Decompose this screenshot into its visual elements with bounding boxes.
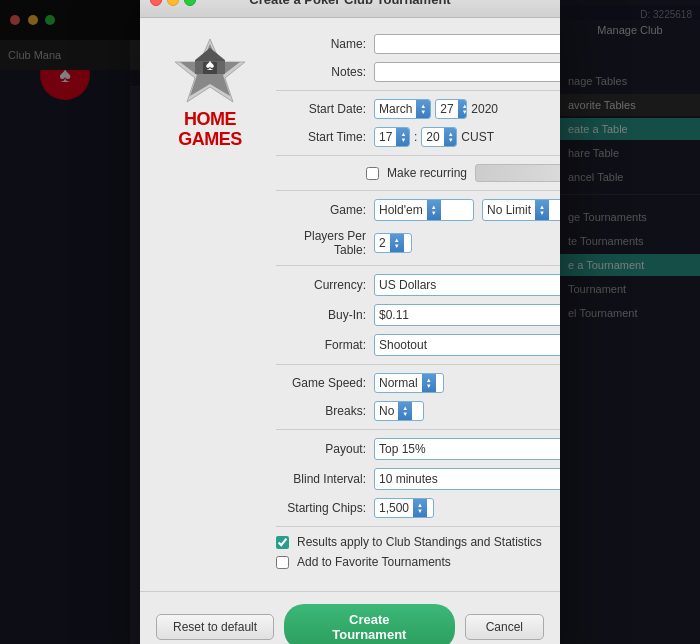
format-select[interactable]: Shootout ▲▼ (374, 334, 560, 356)
modal-close-btn[interactable] (150, 0, 162, 6)
blind-interval-row: Blind Interval: 10 minutes ▲▼ (276, 468, 560, 490)
favorite-checkbox[interactable] (276, 556, 289, 569)
game-speed-arrow[interactable]: ▲▼ (422, 373, 436, 393)
divider-6 (276, 429, 560, 430)
ppt-label: Players Per Table: (276, 229, 366, 257)
game-type-select[interactable]: Hold'em ▲▼ (374, 199, 474, 221)
currency-label: Currency: (276, 278, 366, 292)
hour-arrow[interactable]: ▲ ▼ (396, 127, 410, 147)
favorite-row: Add to Favorite Tournaments (276, 555, 560, 569)
recurring-checkbox[interactable] (366, 167, 379, 180)
time-group: 17 ▲ ▼ : 20 ▲ ▼ (374, 127, 494, 147)
players-per-table-row: Players Per Table: 2 ▲▼ (276, 229, 560, 257)
game-speed-row: Game Speed: Normal ▲▼ (276, 373, 560, 393)
name-label: Name: (276, 37, 366, 51)
modal-overlay: Create a Poker Club Tournament ♠ HOME (0, 0, 700, 644)
recurring-label: Make recurring (387, 166, 467, 180)
recurring-bar (475, 164, 560, 182)
results-checkbox[interactable] (276, 536, 289, 549)
hour-select[interactable]: 17 ▲ ▼ (374, 127, 410, 147)
notes-label: Notes: (276, 65, 366, 79)
notes-input[interactable] (374, 62, 560, 82)
modal-logo-area: ♠ HOME GAMES (160, 34, 260, 575)
recurring-row: Make recurring (276, 164, 560, 182)
buyin-label: Buy-In: (276, 308, 366, 322)
modal-titlebar: Create a Poker Club Tournament (140, 0, 560, 18)
divider-7 (276, 526, 560, 527)
payout-select[interactable]: Top 15% ▲▼ (374, 438, 560, 460)
game-limit-select[interactable]: No Limit ▲▼ (482, 199, 560, 221)
start-date-label: Start Date: (276, 102, 366, 116)
buyin-row: Buy-In: $0.11 ▲▼ (276, 304, 560, 326)
cancel-button[interactable]: Cancel (465, 614, 544, 640)
starting-chips-arrow[interactable]: ▲▼ (413, 498, 427, 518)
modal-maximize-btn[interactable] (184, 0, 196, 6)
game-label: Game: (276, 203, 366, 217)
currency-select[interactable]: US Dollars ▲▼ (374, 274, 560, 296)
reset-button[interactable]: Reset to default (156, 614, 274, 640)
breaks-select[interactable]: No ▲▼ (374, 401, 424, 421)
divider-5 (276, 364, 560, 365)
modal-dialog: Create a Poker Club Tournament ♠ HOME (140, 0, 560, 644)
game-speed-label: Game Speed: (276, 376, 366, 390)
buyin-select[interactable]: $0.11 ▲▼ (374, 304, 560, 326)
currency-row: Currency: US Dollars ▲▼ (276, 274, 560, 296)
format-row: Format: Shootout ▲▼ (276, 334, 560, 356)
month-select[interactable]: March ▲ ▼ (374, 99, 431, 119)
start-date-row: Start Date: March ▲ ▼ 27 ▲ (276, 99, 560, 119)
modal-footer: Reset to default Create Tournament Cance… (140, 591, 560, 644)
svg-text:♠: ♠ (206, 56, 215, 73)
divider-1 (276, 90, 560, 91)
home-games-logo: HOME GAMES (178, 110, 242, 150)
modal-traffic-lights (150, 0, 196, 6)
divider-3 (276, 190, 560, 191)
timezone-display: CUST (461, 130, 494, 144)
divider-4 (276, 265, 560, 266)
game-speed-select[interactable]: Normal ▲▼ (374, 373, 444, 393)
starting-chips-select[interactable]: 1,500 ▲▼ (374, 498, 434, 518)
start-time-label: Start Time: (276, 130, 366, 144)
modal-title: Create a Poker Club Tournament (249, 0, 450, 7)
breaks-arrow[interactable]: ▲▼ (398, 401, 412, 421)
date-group: March ▲ ▼ 27 ▲ ▼ (374, 99, 498, 119)
format-label: Format: (276, 338, 366, 352)
create-tournament-button[interactable]: Create Tournament (284, 604, 455, 644)
game-type-arrow[interactable]: ▲▼ (427, 200, 441, 220)
minute-arrow[interactable]: ▲ ▼ (444, 127, 458, 147)
pokerstars-logo-svg: ♠ (175, 34, 245, 104)
payout-label: Payout: (276, 442, 366, 456)
starting-chips-row: Starting Chips: 1,500 ▲▼ (276, 498, 560, 518)
game-limit-arrow[interactable]: ▲▼ (535, 200, 549, 220)
modal-form: Name: Notes: Start Date: March (276, 34, 560, 575)
divider-2 (276, 155, 560, 156)
notes-row: Notes: (276, 62, 560, 82)
payout-row: Payout: Top 15% ▲▼ (276, 438, 560, 460)
year-display: 2020 (471, 102, 498, 116)
game-row: Game: Hold'em ▲▼ No Limit ▲▼ (276, 199, 560, 221)
minute-select[interactable]: 20 ▲ ▼ (421, 127, 457, 147)
breaks-row: Breaks: No ▲▼ (276, 401, 560, 421)
results-row: Results apply to Club Standings and Stat… (276, 535, 560, 549)
day-arrow[interactable]: ▲ ▼ (458, 99, 468, 119)
modal-minimize-btn[interactable] (167, 0, 179, 6)
blind-interval-label: Blind Interval: (276, 472, 366, 486)
start-time-row: Start Time: 17 ▲ ▼ : 20 (276, 127, 560, 147)
starting-chips-label: Starting Chips: (276, 501, 366, 515)
favorite-label: Add to Favorite Tournaments (297, 555, 451, 569)
ppt-select[interactable]: 2 ▲▼ (374, 233, 412, 253)
month-arrow[interactable]: ▲ ▼ (416, 99, 430, 119)
blind-interval-select[interactable]: 10 minutes ▲▼ (374, 468, 560, 490)
results-label: Results apply to Club Standings and Stat… (297, 535, 542, 549)
day-select[interactable]: 27 ▲ ▼ (435, 99, 467, 119)
modal-body: ♠ HOME GAMES Name: Notes: (140, 18, 560, 591)
footer-actions: Create Tournament Cancel (284, 604, 544, 644)
ppt-arrow[interactable]: ▲▼ (390, 233, 404, 253)
name-row: Name: (276, 34, 560, 54)
name-input[interactable] (374, 34, 560, 54)
breaks-label: Breaks: (276, 404, 366, 418)
